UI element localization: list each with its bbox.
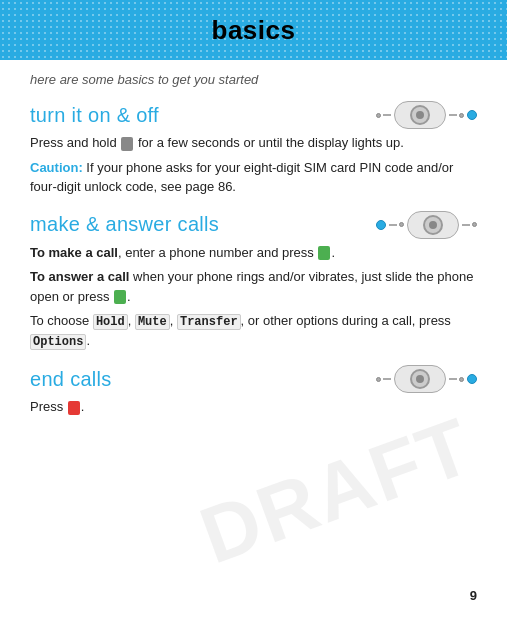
page-number: 9 bbox=[470, 588, 477, 603]
phone-image-3 bbox=[376, 365, 477, 393]
page-title: basics bbox=[212, 15, 296, 46]
section-text-3a: Press . bbox=[30, 397, 477, 417]
section-text-1b: Caution: If your phone asks for your eig… bbox=[30, 158, 477, 197]
bold-answer-call: To answer a call bbox=[30, 269, 129, 284]
section-text-1a: Press and hold for a few seconds or unti… bbox=[30, 133, 477, 153]
page-content: here are some basics to get you started … bbox=[0, 60, 507, 441]
dot-right-3 bbox=[459, 377, 464, 382]
option-mute: Mute bbox=[135, 314, 170, 330]
section-header-2: make & answer calls bbox=[30, 211, 477, 239]
dot-right-2 bbox=[472, 222, 477, 227]
option-options: Options bbox=[30, 334, 86, 350]
phone-body-1 bbox=[394, 101, 446, 129]
phone-lens-inner-1 bbox=[416, 111, 424, 119]
phone-body-3 bbox=[394, 365, 446, 393]
blue-dot-2-left bbox=[376, 220, 386, 230]
right-connector-3 bbox=[449, 377, 464, 382]
line-left-1 bbox=[383, 114, 391, 116]
page-header: basics bbox=[0, 0, 507, 60]
option-transfer: Transfer bbox=[177, 314, 241, 330]
phone-image-2 bbox=[376, 211, 477, 239]
section-text-2b: To answer a call when your phone rings a… bbox=[30, 267, 477, 306]
phone-lens-inner-3 bbox=[416, 375, 424, 383]
section-title-1: turn it on & off bbox=[30, 104, 159, 127]
blue-dot-1 bbox=[467, 110, 477, 120]
section-header-1: turn it on & off bbox=[30, 101, 477, 129]
section-title-3: end calls bbox=[30, 368, 112, 391]
section-header-3: end calls bbox=[30, 365, 477, 393]
section-text-2a: To make a call, enter a phone number and… bbox=[30, 243, 477, 263]
line-right-3 bbox=[449, 378, 457, 380]
right-connector-2 bbox=[462, 222, 477, 227]
red-key-icon bbox=[68, 401, 80, 415]
phone-lens-2 bbox=[423, 215, 443, 235]
section-turn-on-off: turn it on & off Pres bbox=[30, 101, 477, 197]
phone-lens-3 bbox=[410, 369, 430, 389]
key-icon-power bbox=[121, 137, 133, 151]
dot-left-1 bbox=[376, 113, 381, 118]
caution-label: Caution: bbox=[30, 160, 83, 175]
section-make-answer-calls: make & answer calls T bbox=[30, 211, 477, 352]
section-end-calls: end calls Press . bbox=[30, 365, 477, 417]
left-connector-3 bbox=[376, 377, 391, 382]
dot-right-1 bbox=[459, 113, 464, 118]
phone-body-2 bbox=[407, 211, 459, 239]
left-connector-1 bbox=[376, 113, 391, 118]
page-subtitle: here are some basics to get you started bbox=[30, 72, 477, 87]
section-title-2: make & answer calls bbox=[30, 213, 219, 236]
phone-lens-1 bbox=[410, 105, 430, 125]
section-text-2c: To choose Hold, Mute, Transfer, or other… bbox=[30, 311, 477, 351]
phone-lens-inner-2 bbox=[429, 221, 437, 229]
line-right-2 bbox=[462, 224, 470, 226]
option-hold: Hold bbox=[93, 314, 128, 330]
left-connector-2 bbox=[389, 222, 404, 227]
green-key-icon-2 bbox=[114, 290, 126, 304]
line-left-2 bbox=[389, 224, 397, 226]
line-right-1 bbox=[449, 114, 457, 116]
phone-image-1 bbox=[376, 101, 477, 129]
right-connector-1 bbox=[449, 113, 464, 118]
dot-left-3 bbox=[376, 377, 381, 382]
line-left-3 bbox=[383, 378, 391, 380]
bold-make-call: To make a call bbox=[30, 245, 118, 260]
dot-left-2 bbox=[399, 222, 404, 227]
blue-dot-3 bbox=[467, 374, 477, 384]
green-key-icon-1 bbox=[318, 246, 330, 260]
